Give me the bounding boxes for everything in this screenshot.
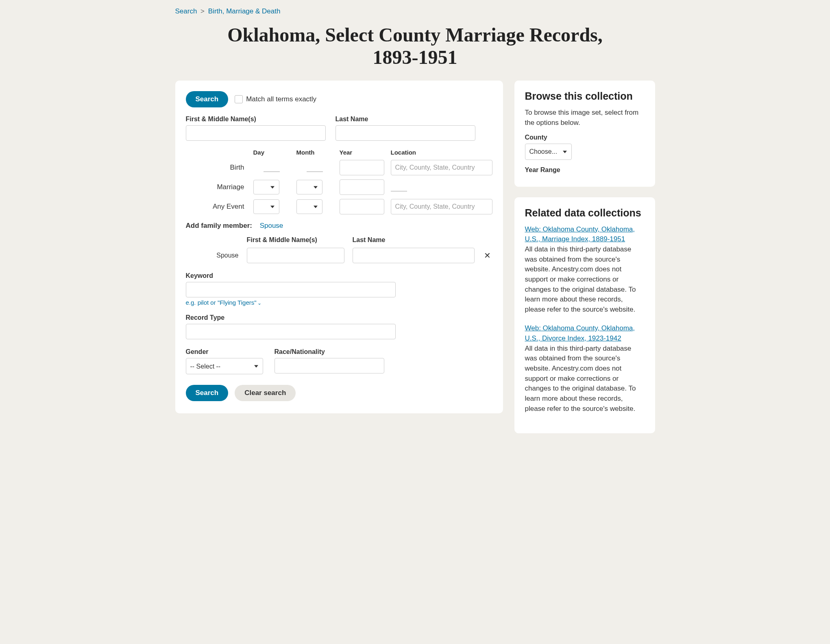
page-title: Oklahoma, Select County Marriage Records… bbox=[226, 24, 604, 68]
record-type-label: Record Type bbox=[186, 314, 492, 321]
search-button-top[interactable]: Search bbox=[186, 91, 229, 107]
breadcrumb-sep: > bbox=[200, 7, 205, 15]
marriage-location-disabled bbox=[391, 183, 407, 192]
keyword-hint-toggle[interactable]: e.g. pilot or "Flying Tigers"⌄ bbox=[186, 299, 492, 306]
related-desc-0: All data in this third-party database wa… bbox=[525, 245, 636, 313]
race-label: Race/Nationality bbox=[274, 348, 384, 356]
close-icon: ✕ bbox=[484, 251, 491, 260]
record-type-input[interactable] bbox=[186, 324, 396, 339]
related-link-0[interactable]: Web: Oklahoma County, Oklahoma, U.S., Ma… bbox=[525, 225, 635, 243]
race-input[interactable] bbox=[274, 358, 384, 373]
match-exact-row[interactable]: Match all terms exactly bbox=[235, 95, 316, 103]
row-birth-label: Birth bbox=[186, 164, 247, 172]
marriage-day-select[interactable] bbox=[253, 180, 279, 194]
col-location: Location bbox=[391, 149, 492, 156]
spouse-first-input[interactable] bbox=[247, 248, 344, 263]
year-range-label: Year Range bbox=[525, 166, 645, 174]
first-name-label: First & Middle Name(s) bbox=[186, 116, 326, 123]
browse-desc: To browse this image set, select from th… bbox=[525, 108, 645, 128]
col-month: Month bbox=[296, 149, 333, 156]
breadcrumb-category-link[interactable]: Birth, Marriage & Death bbox=[208, 7, 281, 15]
related-title: Related data collections bbox=[525, 207, 645, 219]
row-marriage-label: Marriage bbox=[186, 183, 247, 191]
match-exact-label: Match all terms exactly bbox=[246, 95, 316, 103]
related-desc-1: All data in this third-party database wa… bbox=[525, 345, 636, 413]
chevron-down-icon: ⌄ bbox=[257, 300, 261, 306]
clear-search-button[interactable]: Clear search bbox=[235, 385, 296, 401]
marriage-year-input[interactable] bbox=[340, 179, 384, 195]
county-label: County bbox=[525, 134, 645, 141]
keyword-label: Keyword bbox=[186, 272, 492, 279]
spouse-first-label: First & Middle Name(s) bbox=[247, 236, 344, 244]
browse-collection-card: Browse this collection To browse this im… bbox=[514, 81, 655, 186]
add-spouse-link[interactable]: Spouse bbox=[260, 222, 283, 229]
birth-day-disabled bbox=[264, 163, 280, 172]
anyevent-month-select[interactable] bbox=[296, 199, 322, 214]
spouse-row-label: Spouse bbox=[186, 252, 239, 259]
county-select[interactable]: Choose... bbox=[525, 144, 572, 160]
last-name-label: Last Name bbox=[335, 116, 475, 123]
keyword-input[interactable] bbox=[186, 282, 396, 297]
col-year: Year bbox=[340, 149, 384, 156]
birth-year-input[interactable] bbox=[340, 160, 384, 175]
add-family-label: Add family member: bbox=[186, 222, 252, 229]
keyword-hint-text: e.g. pilot or "Flying Tigers" bbox=[186, 299, 257, 306]
gender-select[interactable]: -- Select -- bbox=[186, 358, 263, 374]
remove-spouse-button[interactable]: ✕ bbox=[483, 251, 492, 260]
birth-month-disabled bbox=[307, 163, 323, 172]
related-collections-card: Related data collections Web: Oklahoma C… bbox=[514, 197, 655, 434]
breadcrumb: Search > Birth, Marriage & Death bbox=[175, 0, 655, 20]
anyevent-year-input[interactable] bbox=[340, 199, 384, 214]
gender-label: Gender bbox=[186, 348, 263, 356]
search-form-card: Search Match all terms exactly First & M… bbox=[175, 81, 503, 413]
marriage-month-select[interactable] bbox=[296, 180, 322, 194]
breadcrumb-search-link[interactable]: Search bbox=[175, 7, 197, 15]
search-button-bottom[interactable]: Search bbox=[186, 385, 229, 401]
row-anyevent-label: Any Event bbox=[186, 203, 247, 211]
last-name-input[interactable] bbox=[335, 125, 475, 141]
spouse-last-input[interactable] bbox=[353, 248, 475, 263]
related-link-1[interactable]: Web: Oklahoma County, Oklahoma, U.S., Di… bbox=[525, 324, 635, 342]
match-exact-checkbox[interactable] bbox=[235, 95, 243, 103]
browse-title: Browse this collection bbox=[525, 90, 645, 102]
col-day: Day bbox=[253, 149, 290, 156]
anyevent-location-input[interactable] bbox=[391, 199, 492, 214]
spouse-last-label: Last Name bbox=[353, 236, 475, 244]
anyevent-day-select[interactable] bbox=[253, 199, 279, 214]
birth-location-input[interactable] bbox=[391, 160, 492, 175]
first-name-input[interactable] bbox=[186, 125, 326, 141]
